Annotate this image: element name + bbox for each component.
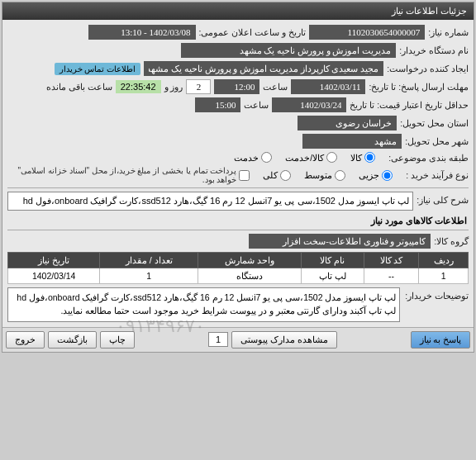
treasury-checkbox[interactable]: پرداخت تمام یا بخشی از مبلغ خرید،از محل … — [7, 166, 250, 184]
contact-info-link[interactable]: اطلاعات تماس خریدار — [55, 63, 141, 75]
days-field — [186, 79, 211, 94]
back-button[interactable]: بازگشت — [48, 331, 97, 349]
time-label-1: ساعت — [263, 82, 288, 92]
purchase-type-label: نوع فرآیند خرید : — [406, 170, 469, 180]
creator-field — [144, 61, 383, 76]
city-label: شهر محل تحویل: — [405, 136, 469, 146]
col-idx: ردیف — [419, 253, 469, 268]
goods-table: ردیف کد کالا نام کالا واحد شمارش تعداد /… — [7, 252, 469, 284]
category-option-goods-service[interactable]: کالا/خدمت — [285, 152, 337, 163]
purchase-type-medium[interactable]: متوسط — [304, 170, 345, 181]
validity-label: حداقل تاریخ اعتبار قیمت: تا تاریخ — [350, 100, 469, 110]
deadline-label: مهلت ارسال پاسخ: تا تاریخ: — [369, 82, 469, 92]
footer-toolbar: پاسخ به نیاز مشاهده مدارک پیوستی 1 چاپ ب… — [2, 327, 474, 352]
panel-title: جزئیات اطلاعات نیاز — [2, 2, 474, 20]
validity-date-field — [272, 97, 346, 112]
category-option-service[interactable]: خدمت — [234, 152, 272, 163]
province-label: استان محل تحویل: — [400, 118, 469, 128]
city-field — [302, 134, 402, 149]
countdown-timer: 22:35:42 — [116, 80, 161, 93]
deadline-date-field — [291, 79, 365, 94]
table-row[interactable]: 1 -- لپ تاپ دستگاه 1 1402/03/14 — [8, 268, 469, 284]
buyer-notes-label: توضیحات خریدار: — [405, 287, 469, 301]
need-desc-label: شرح کلی نیاز: — [416, 192, 469, 205]
buyer-org-field — [181, 43, 396, 58]
announce-label: تاریخ و ساعت اعلان عمومی: — [199, 27, 307, 37]
need-desc-text: لپ تاپ ایسوز مدل 1502،سی پی یو i7نسل 12 … — [7, 192, 413, 211]
buyer-notes-text: لپ تاپ ایسوز مدل 1502،سی پی یو i7نسل 12 … — [7, 287, 400, 322]
exit-button[interactable]: خروج — [6, 331, 45, 349]
goods-group-label: گروه کالا: — [434, 236, 469, 246]
goods-group-field — [249, 234, 431, 249]
purchase-type-major[interactable]: کلی — [263, 170, 291, 181]
category-option-goods[interactable]: کالا — [350, 152, 375, 163]
province-field — [298, 116, 397, 130]
validity-time-field — [195, 97, 240, 112]
days-label: روز و — [164, 82, 183, 92]
deadline-time-field — [214, 79, 259, 94]
col-unit: واحد شمارش — [198, 253, 302, 268]
remaining-label: ساعت باقی مانده — [46, 82, 112, 92]
announce-field — [88, 25, 196, 40]
buyer-org-label: نام دستگاه خریدار: — [399, 45, 469, 55]
goods-section-title: اطلاعات کالاهای مورد نیاز — [9, 216, 467, 226]
col-date: تاریخ نیاز — [8, 253, 100, 268]
attachment-page-number: 1 — [208, 332, 228, 347]
print-button[interactable]: چاپ — [100, 331, 135, 349]
time-label-2: ساعت — [244, 100, 269, 110]
col-name: نام کالا — [301, 253, 364, 268]
creator-label: ایجاد کننده درخواست: — [387, 64, 469, 74]
view-attachments-button[interactable]: مشاهده مدارک پیوستی — [231, 331, 337, 349]
purchase-type-minor[interactable]: جزیی — [359, 170, 393, 181]
respond-button[interactable]: پاسخ به نیاز — [411, 331, 471, 349]
need-number-label: شماره نیاز: — [428, 27, 469, 37]
need-number-field — [309, 25, 425, 40]
category-label: طبقه بندی موضوعی: — [388, 153, 469, 163]
col-code: کد کالا — [364, 253, 419, 268]
col-qty: تعداد / مقدار — [100, 253, 198, 268]
